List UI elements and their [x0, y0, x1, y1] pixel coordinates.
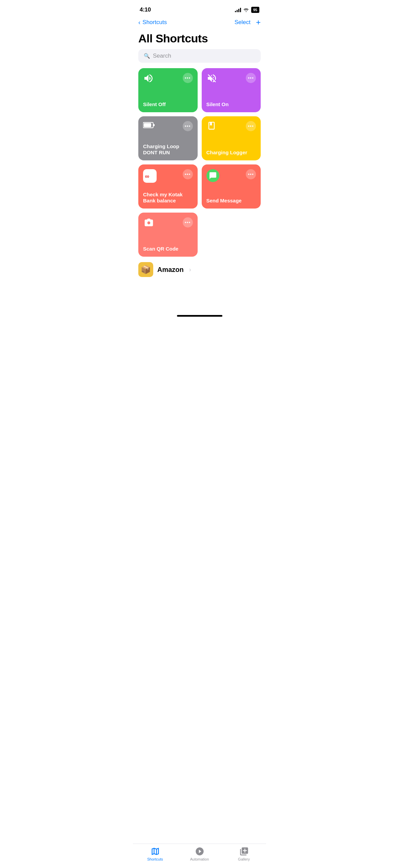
shortcut-title-send-message: Send Message	[206, 198, 256, 204]
status-time: 4:10	[140, 6, 151, 13]
card-top: ∞ •••	[143, 169, 193, 183]
mute-icon	[206, 73, 217, 84]
wifi-icon	[243, 7, 249, 12]
search-container: 🔍 Search	[133, 49, 266, 68]
battery-icon: 95	[251, 7, 259, 13]
svg-rect-2	[144, 123, 151, 127]
svg-rect-1	[153, 124, 155, 126]
amazon-icon: 📦	[138, 262, 153, 277]
status-bar: 4:10 95	[133, 0, 266, 17]
nav-bar: ‹ Shortcuts Select +	[133, 17, 266, 29]
more-options-scan-qr[interactable]: •••	[183, 217, 193, 228]
shortcut-silent-off[interactable]: ••• Silent Off	[138, 68, 198, 112]
more-options-silent-off[interactable]: •••	[183, 73, 193, 83]
more-dots-icon: •••	[185, 76, 191, 80]
search-placeholder: Search	[153, 53, 171, 59]
home-indicator	[177, 315, 222, 317]
card-top: •••	[143, 121, 193, 131]
more-options-send-message[interactable]: •••	[246, 169, 256, 179]
more-dots-icon: •••	[248, 124, 254, 129]
shortcut-title-scan-qr: Scan QR Code	[143, 246, 193, 252]
select-button[interactable]: Select	[235, 19, 251, 26]
shortcut-title-silent-on: Silent On	[206, 101, 256, 107]
page-title: All Shortcuts	[133, 29, 266, 49]
more-dots-icon: •••	[248, 172, 254, 177]
search-icon: 🔍	[144, 53, 150, 59]
shortcut-title-kotak-bank: Check my Kotak Bank balance	[143, 192, 193, 204]
card-top: •••	[143, 73, 193, 84]
book-icon	[206, 121, 217, 132]
camera-icon	[143, 217, 155, 228]
more-dots-icon: •••	[185, 124, 191, 129]
speaker-icon	[143, 73, 154, 84]
shortcut-title-charging-logger: Charging Logger	[206, 150, 256, 156]
chevron-right-icon: ›	[189, 266, 191, 273]
search-bar[interactable]: 🔍 Search	[138, 49, 261, 63]
card-top: •••	[206, 169, 256, 182]
amazon-section[interactable]: 📦 Amazon ›	[133, 257, 266, 280]
card-top: •••	[206, 73, 256, 84]
nav-back-button[interactable]: ‹ Shortcuts	[138, 19, 167, 26]
more-options-silent-on[interactable]: •••	[246, 73, 256, 83]
back-chevron-icon: ‹	[138, 19, 140, 26]
nav-back-label: Shortcuts	[142, 19, 167, 26]
signal-bars-icon	[235, 7, 241, 12]
shortcuts-grid: ••• Silent Off ••• Silent On	[133, 68, 266, 257]
add-shortcut-button[interactable]: +	[256, 18, 261, 26]
more-dots-icon: •••	[185, 220, 191, 225]
shortcut-title-charging-loop: Charging Loop DONT RUN	[143, 143, 193, 156]
more-options-charging-loop[interactable]: •••	[183, 121, 193, 131]
shortcut-charging-logger[interactable]: ••• Charging Logger	[202, 116, 261, 160]
kotak-app-icon: ∞	[143, 169, 157, 183]
more-dots-icon: •••	[185, 172, 191, 177]
svg-text:∞: ∞	[145, 173, 149, 180]
status-icons: 95	[235, 7, 259, 13]
shortcut-send-message[interactable]: ••• Send Message	[202, 164, 261, 209]
shortcut-kotak-bank[interactable]: ∞ ••• Check my Kotak Bank balance	[138, 164, 198, 209]
nav-right-actions: Select +	[235, 18, 261, 26]
shortcut-title-silent-off: Silent Off	[143, 101, 193, 107]
more-options-kotak-bank[interactable]: •••	[183, 169, 193, 179]
shortcut-scan-qr[interactable]: ••• Scan QR Code	[138, 213, 198, 257]
shortcut-charging-loop[interactable]: ••• Charging Loop DONT RUN	[138, 116, 198, 160]
card-top: •••	[143, 217, 193, 228]
battery-icon	[143, 121, 155, 129]
messages-app-icon	[206, 169, 219, 182]
amazon-section-name: Amazon	[157, 266, 184, 274]
shortcut-silent-on[interactable]: ••• Silent On	[202, 68, 261, 112]
more-dots-icon: •••	[248, 76, 254, 80]
more-options-charging-logger[interactable]: •••	[246, 121, 256, 131]
card-top: •••	[206, 121, 256, 132]
